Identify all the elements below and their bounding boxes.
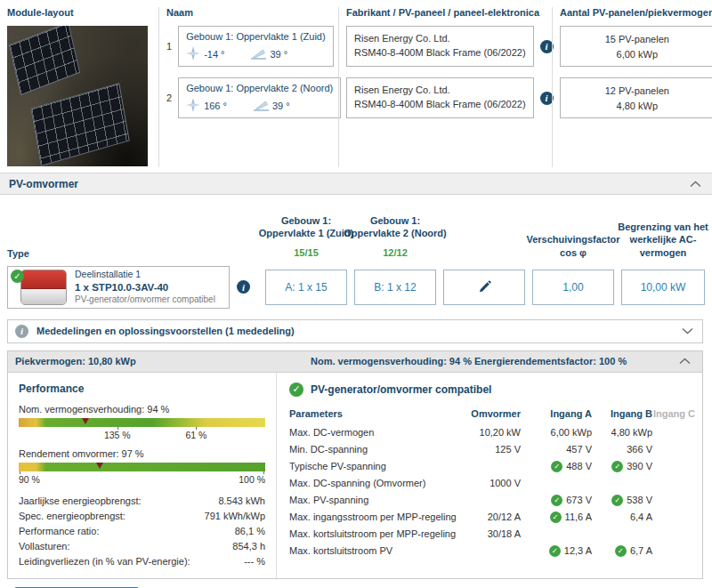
energy-efficiency-summary: Energierendementsfactor: 100 %	[474, 356, 679, 366]
ac-limit-value[interactable]: 10,00 kW	[621, 270, 705, 305]
surface1-column-header: Gebouw 1: Oppervlakte 1 (Zuid) 15/15	[265, 214, 347, 259]
tilt-icon	[254, 100, 269, 113]
check-icon	[611, 495, 623, 506]
count-row-2: 12 PV-panelen 4,80 kWp	[560, 77, 712, 118]
parameters-panel: PV-generator/omvormer compatibel Paramet…	[277, 373, 702, 578]
nominal-ratio-summary: Nom. vermogensverhouding: 94 %	[311, 356, 474, 366]
parameter-row: Max. kortsluitstroom PV 12,3 A 6,7 A	[289, 543, 695, 560]
inverter-section-body: Type Gebouw 1: Oppervlakte 1 (Zuid) 15/1…	[0, 214, 712, 588]
parameter-row: Max. ingangsstroom per MPP-regeling 20/1…	[289, 509, 695, 526]
panel-model: RSM40-8-400M Black Frame (06/2022)	[354, 98, 526, 112]
performance-stats: Jaarlijkse energieopbrengst: 8.543 kWh S…	[19, 494, 265, 569]
pv-design-page: Module-layout Naam 1 Gebouw 1: Oppervlak…	[0, 0, 712, 588]
row-number: 1	[166, 41, 172, 52]
messages-bar[interactable]: i Mededelingen en oplossingsvoorstellen …	[7, 319, 703, 343]
gauge-marker	[82, 418, 89, 424]
section-title: PV-omvormer	[9, 178, 78, 190]
inverter-column-headers: Type Gebouw 1: Oppervlakte 1 (Zuid) 15/1…	[7, 214, 703, 259]
compatibility-status: PV-generator/omvormer compatibel	[289, 383, 695, 397]
check-icon	[289, 383, 303, 397]
column-module-layout: Module-layout	[7, 7, 158, 167]
tilt-value: 39 °	[272, 101, 290, 111]
check-icon	[615, 545, 627, 557]
parameter-row: Max. DC-vermogen 10,20 kW 6,00 kWp 4,80 …	[289, 424, 695, 441]
results-detail: Performance Nom. vermogensverhouding: 94…	[8, 373, 702, 578]
stat-row: Leidingverliezen (in % van PV-energie): …	[19, 554, 265, 569]
inverter-efficiency-gauge: Rendement omvormer: 97 % 90 % 100 %	[19, 448, 265, 487]
input-b-assignment[interactable]: B: 1 x 12	[354, 270, 436, 305]
surface-name: Gebouw 1: Oppervlakte 1 (Zuid)	[186, 31, 326, 42]
inverter-section-header[interactable]: PV-omvormer	[0, 173, 712, 195]
roof-satellite-image	[7, 26, 148, 166]
column-count: Aantal PV-panelen/piekvermogen 15 PV-pan…	[552, 7, 712, 167]
panel-count-box-2[interactable]: 12 PV-panelen 4,80 kWp	[560, 77, 712, 118]
manufacturer-header: Fabrikant / PV-paneel / paneel-elektroni…	[346, 7, 546, 18]
surface2-column-header: Gebouw 1: Oppervlakte 2 (Noord) 12/12	[354, 214, 436, 259]
surface-name-box-1[interactable]: Gebouw 1: Oppervlakte 1 (Zuid) -14 °	[178, 26, 334, 67]
gauge-tick: 100 %	[239, 474, 265, 485]
cos-phi-value[interactable]: 1,00	[532, 270, 614, 305]
stat-row: Jaarlijkse energieopbrengst: 8.543 kWh	[19, 494, 265, 509]
inverter-model: 1 x STP10.0-3AV-40	[75, 281, 215, 294]
gauge-bar	[19, 418, 265, 427]
name-header: Naam	[166, 7, 333, 18]
panel-model: RSM40-8-400M Black Frame (06/2022)	[354, 46, 526, 60]
gauge-marker	[96, 463, 103, 469]
inverter-description: Deelinstallatie 1 1 x STP10.0-3AV-40 PV-…	[75, 269, 215, 306]
chevron-up-icon[interactable]	[690, 179, 701, 189]
results-summary-bar[interactable]: Piekvermogen: 10,80 kWp Nom. vermogensve…	[8, 351, 702, 373]
count-row-1: 15 PV-panelen 6,00 kWp	[560, 26, 712, 67]
edit-assignment-button[interactable]	[443, 270, 525, 305]
peak-power-summary: Piekvermogen: 10,80 kWp	[15, 356, 311, 366]
azimuth-icon	[186, 46, 200, 62]
gauge-tick: 61 %	[185, 430, 206, 440]
row-number: 2	[166, 93, 172, 103]
surface-row-2: 2 Gebouw 1: Oppervlakte 2 (Noord) 166 °	[166, 77, 333, 118]
subinstallation-name: Deelinstallatie 1	[75, 269, 215, 280]
info-icon[interactable]: i	[237, 280, 250, 294]
chevron-down-icon[interactable]	[682, 326, 693, 336]
panel-count: 12 PV-panelen	[566, 84, 708, 99]
panel-row-2: Risen Energy Co. Ltd. RSM40-8-400M Black…	[346, 77, 546, 118]
tilt-icon	[251, 48, 266, 61]
surface-name-box-2[interactable]: Gebouw 1: Oppervlakte 2 (Noord) 166 °	[178, 77, 341, 118]
azimuth-group: -14 °	[186, 46, 224, 62]
module-layout-header: Module-layout	[7, 7, 153, 18]
peak-power: 6,00 kWp	[566, 47, 708, 62]
surface-row-1: 1 Gebouw 1: Oppervlakte 1 (Zuid) -14 °	[166, 26, 333, 67]
panel-manufacturer: Risen Energy Co. Ltd.	[354, 84, 526, 98]
parameter-row: Min. DC-spanning 125 V 457 V 366 V	[289, 441, 695, 458]
panel-count-box-1[interactable]: 15 PV-panelen 6,00 kWp	[560, 26, 712, 67]
messages-label: Mededelingen en oplossingsvoorstellen (1…	[36, 326, 674, 336]
check-icon	[551, 495, 562, 506]
gauge-bar	[19, 463, 265, 471]
azimuth-icon	[186, 98, 200, 114]
check-icon	[550, 511, 562, 523]
check-icon	[549, 545, 561, 557]
panel-count: 15 PV-panelen	[566, 32, 708, 47]
azimuth-value: 166 °	[204, 101, 227, 111]
peak-power: 4,80 kWp	[566, 99, 708, 114]
compatible-check-icon	[11, 270, 24, 283]
stat-row: Vollasturen: 854,3 h	[19, 539, 265, 554]
tilt-value: 39 °	[270, 49, 287, 60]
azimuth-group: 166 °	[186, 98, 227, 114]
input-a-assignment[interactable]: A: 1 x 15	[265, 270, 347, 305]
nominal-ratio-gauge: Nom. vermogensverhouding: 94 % 135 % 61 …	[19, 404, 265, 442]
panel-info-box-2[interactable]: Risen Energy Co. Ltd. RSM40-8-400M Black…	[346, 77, 534, 118]
results-panel: Piekvermogen: 10,80 kWp Nom. vermogensve…	[7, 350, 703, 579]
message-info-icon: i	[15, 325, 28, 338]
panel-info-box-1[interactable]: Risen Energy Co. Ltd. RSM40-8-400M Black…	[346, 26, 534, 67]
parameters-table-header: Parameters Omvormer Ingang A Ingang B In…	[289, 406, 695, 423]
surface-name: Gebouw 1: Oppervlakte 2 (Noord)	[186, 83, 333, 93]
column-manufacturer: Fabrikant / PV-paneel / paneel-elektroni…	[338, 7, 552, 167]
column-name: Naam 1 Gebouw 1: Oppervlakte 1 (Zuid) -1…	[158, 7, 338, 167]
inverter-type-box[interactable]: Deelinstallatie 1 1 x STP10.0-3AV-40 PV-…	[7, 266, 230, 309]
parameter-row: Typische PV-spanning 488 V 390 V	[289, 458, 695, 475]
parameter-row: Max. PV-spanning 673 V 538 V	[289, 492, 695, 509]
tilt-group: 39 °	[254, 100, 290, 113]
performance-title: Performance	[19, 383, 265, 395]
surface-angles: 166 ° 39 °	[186, 98, 333, 114]
pencil-icon	[478, 280, 491, 294]
chevron-up-icon[interactable]	[679, 356, 693, 366]
